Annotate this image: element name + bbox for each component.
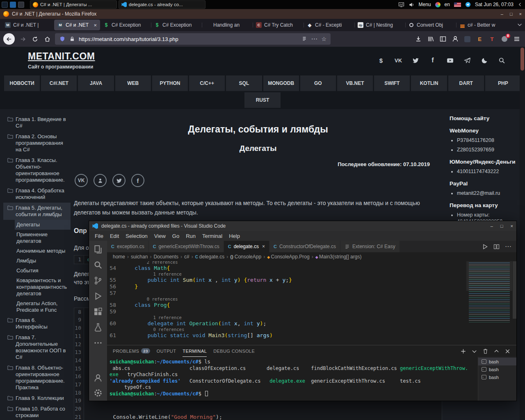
nav-item[interactable]: GO: [300, 75, 336, 91]
site-logo[interactable]: METANIT.COM: [28, 51, 95, 62]
terminal-session[interactable]: >bash: [478, 373, 516, 381]
nav-item[interactable]: SWIFT: [374, 75, 410, 91]
menu-help[interactable]: Help: [226, 233, 243, 239]
menu-view[interactable]: View: [151, 233, 169, 239]
extension-icon-dark[interactable]: [464, 36, 471, 43]
terminal[interactable]: suichan@suichan:~/Documents/c#$ ls abs.c…: [107, 357, 478, 401]
color-profile-icon[interactable]: [435, 2, 441, 7]
nav-item[interactable]: JAVA: [78, 75, 114, 91]
breadcrumb-item[interactable]: suichan: [131, 254, 148, 260]
nav-item[interactable]: WEB: [115, 75, 151, 91]
breadcrumb-item[interactable]: ◆ ConsoleApp.Prog: [267, 254, 309, 260]
codelens-reference[interactable]: 1 reference: [128, 272, 463, 277]
panel-tab-problems[interactable]: PROBLEMS23: [113, 345, 150, 357]
download-icon[interactable]: [415, 36, 422, 43]
editor-tab[interactable]: Cexception.cs: [107, 241, 149, 252]
sidebar-chapter[interactable]: Глава 8. Объектно-ориентированное програ…: [3, 363, 71, 393]
lock-icon[interactable]: [69, 36, 75, 42]
browser-tab[interactable]: Convert Obj: [405, 20, 456, 30]
sidebar-chapter[interactable]: Глава 5. Делегаты, события и лямбды: [3, 203, 71, 220]
activity-testing-icon[interactable]: [94, 323, 103, 332]
breadcrumb-item[interactable]: home: [113, 254, 125, 260]
telegram-tray-icon[interactable]: [465, 2, 471, 7]
social-telegram-icon[interactable]: [463, 57, 471, 64]
nav-item[interactable]: KOTLIN: [411, 75, 447, 91]
sidebar-chapter[interactable]: Глава 3. Классы. Объектно-ориентированно…: [3, 155, 71, 185]
browser-tab[interactable]: $C# Exception: [100, 20, 151, 30]
menu-edit[interactable]: Edit: [107, 233, 122, 239]
sidebar-chapter[interactable]: Глава 9. Коллекции: [3, 393, 71, 404]
browser-tab[interactable]: dpC# | Nesting: [354, 20, 405, 30]
panel-close-icon[interactable]: [504, 348, 511, 354]
back-button[interactable]: [3, 33, 15, 45]
panel-tab-output[interactable]: OUTPUT: [157, 345, 176, 357]
tracking-shield-icon[interactable]: [59, 36, 65, 42]
tray-collapse-icon[interactable]: [518, 2, 523, 7]
menu-selection[interactable]: Selection: [122, 233, 151, 239]
panel-chevron-down-icon[interactable]: [471, 348, 477, 354]
sidebar-subitem[interactable]: Ковариантность и контравариантность деле…: [15, 276, 71, 299]
panel-chevron-up-icon[interactable]: [493, 348, 500, 354]
nav-item[interactable]: DART: [448, 75, 484, 91]
browser-tab[interactable]: MC# и .NET×: [54, 20, 100, 30]
menu-terminal[interactable]: Terminal: [199, 233, 226, 239]
maximize-button[interactable]: □: [500, 224, 503, 228]
sidebar-chapter[interactable]: Глава 4. Обработка исключений: [3, 185, 71, 203]
nav-item[interactable]: VB.NET: [337, 75, 373, 91]
activity-search-icon[interactable]: [94, 260, 103, 269]
sidebar-subitem[interactable]: Делегаты: [15, 220, 71, 230]
nav-item[interactable]: SQL: [226, 75, 262, 91]
menu-icon[interactable]: [513, 36, 520, 43]
nav-item[interactable]: PHP: [485, 75, 521, 91]
url-bar[interactable]: https://metanit.com/sharp/tutorial/3.13.…: [55, 33, 331, 45]
editor-tab[interactable]: Extension: C# Easy: [340, 241, 400, 252]
social-search-icon[interactable]: [498, 57, 505, 64]
activity-run-debug-icon[interactable]: [94, 292, 103, 301]
close-button[interactable]: ×: [511, 224, 513, 228]
vscode-titlebar[interactable]: delegate.cs - already compiked files - V…: [89, 221, 516, 231]
codelens-reference[interactable]: 2 references: [128, 261, 463, 265]
keyboard-layout-indicator[interactable]: en: [445, 2, 450, 7]
share-odnoklassniki-icon[interactable]: [94, 174, 107, 187]
reload-button[interactable]: [30, 34, 39, 43]
tab-close-icon[interactable]: ×: [94, 22, 97, 28]
launcher-3[interactable]: [18, 2, 24, 8]
account-icon[interactable]: [452, 36, 459, 43]
social-facebook-icon[interactable]: f: [429, 57, 436, 64]
browser-tab[interactable]: ◆C# - Excepti: [304, 20, 354, 30]
sidebar-chapter[interactable]: Глава 7. Дополнительные возможности ООП …: [3, 332, 71, 363]
social-vk-icon[interactable]: VK: [395, 57, 402, 64]
firefox-window-button[interactable]: C# и .NET | Делегаты ...: [30, 0, 117, 9]
share-twitter-icon[interactable]: [112, 174, 126, 187]
sidebar-chapter[interactable]: Глава 1. Введение в C#: [3, 114, 71, 131]
activity-source-control-icon[interactable]: [94, 276, 103, 285]
nav-item[interactable]: RUST: [244, 92, 281, 108]
browser-tab[interactable]: MC# и .NET |: [2, 20, 54, 30]
minimap[interactable]: [466, 261, 512, 345]
breadcrumb-item[interactable]: {} ConsoleApp: [230, 254, 261, 260]
breadcrumb-item[interactable]: ◆ Main3(string[] args): [315, 254, 362, 260]
panel-plus-icon[interactable]: [460, 348, 466, 354]
bookmark-star-icon[interactable]: ☆: [321, 36, 326, 42]
terminal-session[interactable]: >bash: [478, 365, 516, 373]
more-actions-icon[interactable]: ···: [505, 243, 511, 250]
vscode-window-button[interactable]: delegate.cs - already co...: [119, 0, 205, 9]
codelens-reference[interactable]: 0 references: [128, 327, 463, 332]
split-editor-icon[interactable]: [493, 244, 500, 250]
minimize-button[interactable]: –: [501, 11, 503, 16]
nav-item[interactable]: C#/.NET: [41, 75, 77, 91]
menu-button[interactable]: Menu: [419, 2, 431, 7]
sidebar-chapter[interactable]: Глава 10. Работа со строками: [3, 404, 71, 420]
sidebar-subitem[interactable]: Лямбды: [15, 256, 71, 266]
sidebar-icon[interactable]: [439, 36, 446, 43]
sidebar-subitem[interactable]: События: [15, 266, 71, 276]
share-vk-icon[interactable]: VK: [75, 174, 88, 187]
forward-button[interactable]: [18, 34, 27, 43]
scrollbar-thumb[interactable]: [520, 48, 524, 71]
breadcrumb-item[interactable]: Documents: [153, 254, 178, 260]
run-button[interactable]: [482, 244, 488, 250]
activity-explorer-icon[interactable]: [94, 245, 103, 254]
close-button[interactable]: ×: [519, 11, 522, 16]
menu-go[interactable]: Go: [169, 233, 183, 239]
panel-tab-debug-console[interactable]: DEBUG CONSOLE: [213, 345, 255, 357]
